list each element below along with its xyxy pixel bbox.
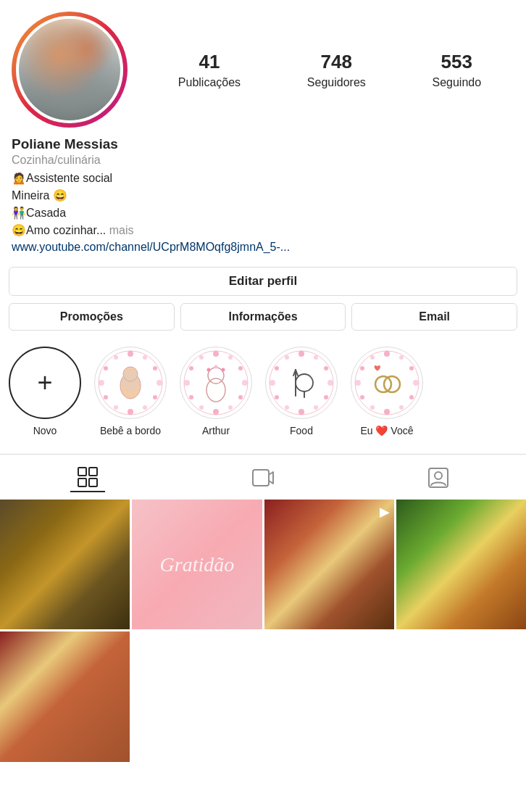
svg-point-57 <box>409 395 414 399</box>
svg-point-61 <box>360 395 364 399</box>
svg-point-2 <box>143 355 147 360</box>
svg-point-62 <box>355 380 361 386</box>
bio-line-2: Mineira 😄 <box>12 187 514 204</box>
highlight-food[interactable]: Food <box>265 347 338 436</box>
grid-photo-4[interactable] <box>396 500 526 629</box>
tab-grid[interactable] <box>70 463 105 492</box>
posts-stat[interactable]: 41 Publicações <box>178 51 241 89</box>
svg-point-19 <box>238 366 243 370</box>
highlight-food-circle <box>265 347 338 419</box>
svg-point-55 <box>409 366 414 370</box>
highlight-arthur-circle <box>180 347 252 419</box>
svg-rect-68 <box>89 468 97 476</box>
svg-point-32 <box>222 368 225 372</box>
svg-point-21 <box>238 395 243 399</box>
highlight-eu-voce[interactable]: Eu ❤️ Você <box>351 347 423 436</box>
svg-point-59 <box>384 409 390 415</box>
eu-voce-story-image <box>352 348 422 418</box>
svg-point-25 <box>189 395 193 399</box>
followers-stat[interactable]: 748 Seguidores <box>307 51 366 89</box>
gratidao-text: Gratidão <box>160 553 235 576</box>
svg-point-60 <box>370 405 375 410</box>
svg-point-56 <box>413 380 419 386</box>
svg-point-23 <box>213 409 219 415</box>
bio-line-4: 😄Amo cozinhar... mais <box>12 222 514 239</box>
bebe-story-image <box>96 348 165 418</box>
bio-more[interactable]: mais <box>109 224 134 236</box>
promotions-button[interactable]: Promoções <box>9 303 175 331</box>
svg-point-28 <box>199 355 204 360</box>
highlight-bebe-label: Bebê a bordo <box>100 425 161 436</box>
highlight-bebe[interactable]: Bebê a bordo <box>94 347 167 436</box>
avatar[interactable] <box>12 12 128 128</box>
svg-point-54 <box>399 355 404 360</box>
bio-section: Poliane Messias Cozinha/culinária 🙍Assis… <box>0 128 526 260</box>
profile-link[interactable]: www.youtube.com/channel/UCprM8MOqfg8jmnA… <box>12 241 514 254</box>
following-stat[interactable]: 553 Seguindo <box>432 51 481 89</box>
svg-point-11 <box>104 366 108 370</box>
profile-header: 41 Publicações 748 Seguidores 553 Seguin… <box>0 0 526 128</box>
photo-grid: Gratidão ▶ <box>0 500 526 762</box>
email-button[interactable]: Email <box>351 303 517 331</box>
grid-photo-5[interactable] <box>0 631 130 761</box>
svg-point-8 <box>114 405 118 410</box>
svg-point-31 <box>207 368 211 372</box>
svg-point-46 <box>285 355 289 360</box>
svg-point-35 <box>299 351 304 357</box>
arthur-story-image <box>181 348 251 418</box>
plus-icon: + <box>37 370 52 396</box>
highlights-section: + Novo <box>0 338 526 436</box>
svg-point-63 <box>360 366 364 370</box>
posts-count: 41 <box>199 51 220 73</box>
followers-label: Seguidores <box>307 76 366 89</box>
svg-point-4 <box>156 380 162 386</box>
video-icon <box>251 466 275 489</box>
svg-point-20 <box>242 380 248 386</box>
svg-point-5 <box>153 395 157 399</box>
svg-point-12 <box>114 355 118 360</box>
svg-point-1 <box>128 351 133 357</box>
tab-bar <box>0 454 526 500</box>
svg-point-16 <box>184 351 248 415</box>
svg-marker-72 <box>269 472 273 484</box>
edit-profile-button[interactable]: Editar perfil <box>9 267 517 296</box>
svg-point-53 <box>384 351 390 357</box>
svg-point-18 <box>228 355 233 360</box>
svg-point-15 <box>122 369 139 392</box>
highlight-arthur[interactable]: Arthur <box>180 347 252 436</box>
bio-line-3: 👫Casada <box>12 204 514 222</box>
svg-point-74 <box>435 472 442 479</box>
following-label: Seguindo <box>432 76 481 89</box>
svg-point-42 <box>285 405 289 410</box>
svg-point-39 <box>324 395 328 399</box>
grid-photo-1[interactable] <box>0 500 130 629</box>
svg-point-34 <box>270 351 333 415</box>
svg-point-64 <box>370 355 375 360</box>
informacoes-button[interactable]: Informações <box>180 303 346 331</box>
svg-point-41 <box>299 409 304 415</box>
highlight-eu-voce-label: Eu ❤️ Você <box>360 425 413 436</box>
highlight-eu-voce-circle <box>351 347 423 419</box>
svg-rect-71 <box>253 470 269 486</box>
grid-photo-2[interactable]: Gratidão <box>132 500 262 629</box>
followers-count: 748 <box>321 51 352 73</box>
grid-photo-3[interactable]: ▶ <box>264 500 394 629</box>
svg-point-22 <box>228 405 233 410</box>
profile-name: Poliane Messias <box>12 136 514 152</box>
profile-category: Cozinha/culinária <box>12 154 514 167</box>
svg-point-9 <box>104 395 108 399</box>
stats-section: 41 Publicações 748 Seguidores 553 Seguin… <box>145 51 514 89</box>
highlight-novo[interactable]: + Novo <box>9 347 81 436</box>
svg-point-10 <box>99 380 104 386</box>
svg-point-17 <box>213 351 219 357</box>
highlight-arthur-label: Arthur <box>202 425 230 436</box>
svg-point-52 <box>355 351 419 415</box>
highlight-novo-label: Novo <box>33 425 57 436</box>
svg-point-40 <box>314 405 318 410</box>
highlight-new-circle[interactable]: + <box>9 347 81 419</box>
svg-point-7 <box>128 409 133 415</box>
svg-point-38 <box>327 380 333 386</box>
tab-tagged[interactable] <box>421 463 456 492</box>
svg-point-27 <box>189 366 193 370</box>
tab-video[interactable] <box>246 463 280 492</box>
